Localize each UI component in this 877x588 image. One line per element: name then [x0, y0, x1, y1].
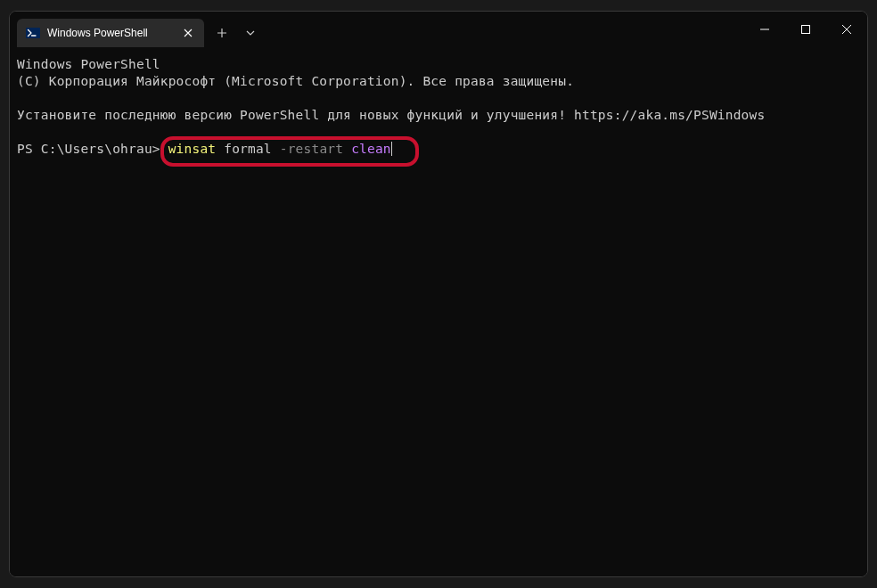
output-line: Установите последнюю версию PowerShell д…	[17, 108, 765, 122]
minimize-button[interactable]	[744, 15, 785, 44]
titlebar: Windows PowerShell	[10, 12, 867, 47]
tab-label: Windows PowerShell	[47, 27, 174, 39]
output-line: Windows PowerShell	[17, 57, 160, 71]
command-token: clean	[351, 142, 391, 156]
powershell-icon	[26, 26, 40, 40]
prompt: PS C:\Users\ohrau>	[17, 142, 168, 156]
svg-rect-0	[26, 28, 40, 38]
terminal-output[interactable]: Windows PowerShell (C) Корпорация Майкро…	[10, 47, 867, 576]
command-token: winsat	[168, 142, 217, 156]
terminal-window: Windows PowerShell Windows P	[9, 11, 868, 577]
tab-powershell[interactable]: Windows PowerShell	[17, 19, 204, 47]
command-token: formal	[224, 142, 272, 156]
close-icon[interactable]	[181, 26, 195, 40]
window-controls	[744, 12, 867, 47]
tabs-area: Windows PowerShell	[10, 12, 265, 47]
new-tab-button[interactable]	[208, 19, 236, 47]
output-line: (C) Корпорация Майкрософт (Microsoft Cor…	[17, 74, 574, 88]
maximize-button[interactable]	[785, 15, 826, 44]
svg-rect-3	[802, 26, 810, 34]
close-window-button[interactable]	[826, 15, 867, 44]
command-token: -restart	[280, 142, 343, 156]
text-cursor	[391, 142, 392, 156]
tab-dropdown-button[interactable]	[236, 19, 265, 47]
